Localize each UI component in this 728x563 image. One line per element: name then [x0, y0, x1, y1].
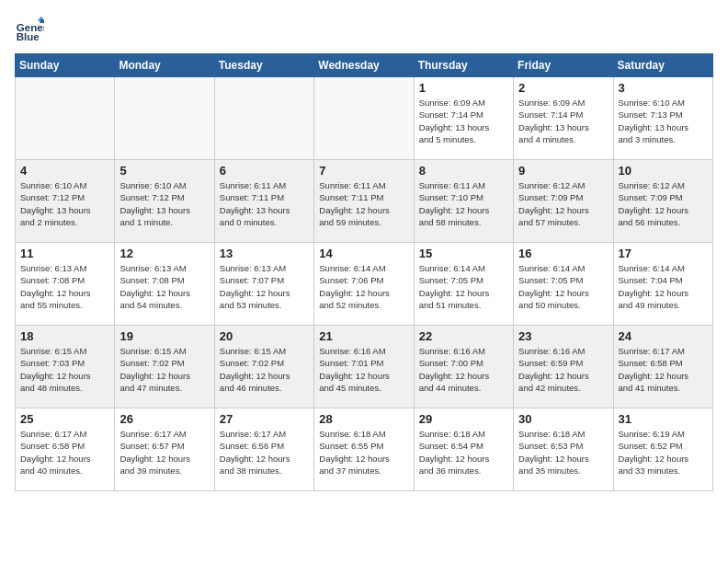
day-cell: 27Sunrise: 6:17 AM Sunset: 6:56 PM Dayli… — [214, 408, 313, 491]
header-sunday: Sunday — [16, 54, 115, 77]
day-info: Sunrise: 6:11 AM Sunset: 7:11 PM Dayligh… — [319, 179, 408, 228]
day-cell — [16, 77, 115, 160]
week-row-4: 18Sunrise: 6:15 AM Sunset: 7:03 PM Dayli… — [16, 326, 713, 408]
day-info: Sunrise: 6:15 AM Sunset: 7:02 PM Dayligh… — [220, 345, 309, 394]
day-cell: 12Sunrise: 6:13 AM Sunset: 7:08 PM Dayli… — [115, 243, 214, 326]
day-number: 5 — [119, 164, 209, 178]
day-info: Sunrise: 6:10 AM Sunset: 7:13 PM Dayligh… — [619, 97, 708, 145]
day-number: 1 — [419, 81, 508, 95]
day-info: Sunrise: 6:18 AM Sunset: 6:53 PM Dayligh… — [518, 428, 608, 477]
day-number: 4 — [20, 164, 109, 178]
day-info: Sunrise: 6:16 AM Sunset: 7:01 PM Dayligh… — [319, 345, 408, 394]
day-number: 24 — [619, 329, 708, 343]
day-cell: 22Sunrise: 6:16 AM Sunset: 7:00 PM Dayli… — [414, 326, 513, 408]
day-info: Sunrise: 6:11 AM Sunset: 7:11 PM Dayligh… — [220, 179, 309, 228]
day-info: Sunrise: 6:09 AM Sunset: 7:14 PM Dayligh… — [419, 97, 508, 145]
day-number: 23 — [518, 329, 608, 343]
header-friday: Friday — [514, 54, 613, 77]
day-cell: 29Sunrise: 6:18 AM Sunset: 6:54 PM Dayli… — [414, 408, 513, 491]
day-cell: 19Sunrise: 6:15 AM Sunset: 7:02 PM Dayli… — [115, 326, 214, 408]
day-number: 29 — [419, 412, 508, 426]
day-cell — [214, 77, 313, 160]
day-cell: 6Sunrise: 6:11 AM Sunset: 7:11 PM Daylig… — [214, 160, 313, 243]
day-number: 3 — [619, 81, 708, 95]
header-tuesday: Tuesday — [214, 54, 313, 77]
day-number: 14 — [319, 247, 408, 260]
day-info: Sunrise: 6:17 AM Sunset: 6:58 PM Dayligh… — [20, 428, 109, 477]
day-cell: 21Sunrise: 6:16 AM Sunset: 7:01 PM Dayli… — [314, 326, 414, 408]
day-cell: 3Sunrise: 6:10 AM Sunset: 7:13 PM Daylig… — [613, 77, 712, 160]
day-number: 12 — [119, 247, 209, 260]
day-cell: 28Sunrise: 6:18 AM Sunset: 6:55 PM Dayli… — [314, 408, 414, 491]
day-cell: 11Sunrise: 6:13 AM Sunset: 7:08 PM Dayli… — [16, 243, 115, 326]
day-cell: 7Sunrise: 6:11 AM Sunset: 7:11 PM Daylig… — [314, 160, 414, 243]
day-number: 11 — [20, 247, 109, 260]
day-number: 15 — [419, 247, 508, 260]
day-info: Sunrise: 6:18 AM Sunset: 6:55 PM Dayligh… — [319, 428, 408, 477]
day-cell — [314, 77, 414, 160]
day-info: Sunrise: 6:17 AM Sunset: 6:56 PM Dayligh… — [220, 428, 309, 477]
day-cell: 4Sunrise: 6:10 AM Sunset: 7:12 PM Daylig… — [16, 160, 115, 243]
day-number: 21 — [319, 329, 408, 343]
day-number: 16 — [518, 247, 608, 260]
day-number: 2 — [518, 81, 608, 95]
week-row-2: 4Sunrise: 6:10 AM Sunset: 7:12 PM Daylig… — [16, 160, 713, 243]
day-cell: 25Sunrise: 6:17 AM Sunset: 6:58 PM Dayli… — [16, 408, 115, 491]
day-info: Sunrise: 6:13 AM Sunset: 7:08 PM Dayligh… — [119, 262, 209, 311]
header-thursday: Thursday — [414, 54, 513, 77]
day-number: 10 — [619, 164, 708, 178]
day-info: Sunrise: 6:13 AM Sunset: 7:08 PM Dayligh… — [20, 262, 109, 311]
day-cell: 26Sunrise: 6:17 AM Sunset: 6:57 PM Dayli… — [115, 408, 214, 491]
day-info: Sunrise: 6:15 AM Sunset: 7:02 PM Dayligh… — [119, 345, 209, 394]
day-info: Sunrise: 6:15 AM Sunset: 7:03 PM Dayligh… — [20, 345, 109, 394]
calendar-table: SundayMondayTuesdayWednesdayThursdayFrid… — [15, 53, 713, 491]
day-info: Sunrise: 6:16 AM Sunset: 7:00 PM Dayligh… — [419, 345, 508, 394]
day-info: Sunrise: 6:19 AM Sunset: 6:52 PM Dayligh… — [619, 428, 708, 477]
day-cell: 15Sunrise: 6:14 AM Sunset: 7:05 PM Dayli… — [414, 243, 513, 326]
day-info: Sunrise: 6:14 AM Sunset: 7:05 PM Dayligh… — [518, 262, 608, 311]
header-saturday: Saturday — [613, 54, 712, 77]
calendar-header-row: SundayMondayTuesdayWednesdayThursdayFrid… — [16, 54, 713, 77]
day-cell: 24Sunrise: 6:17 AM Sunset: 6:58 PM Dayli… — [613, 326, 712, 408]
day-info: Sunrise: 6:12 AM Sunset: 7:09 PM Dayligh… — [619, 179, 708, 228]
day-cell: 18Sunrise: 6:15 AM Sunset: 7:03 PM Dayli… — [16, 326, 115, 408]
day-number: 7 — [319, 164, 408, 178]
page-header: General Blue — [15, 15, 713, 44]
week-row-5: 25Sunrise: 6:17 AM Sunset: 6:58 PM Dayli… — [16, 408, 713, 491]
day-cell: 9Sunrise: 6:12 AM Sunset: 7:09 PM Daylig… — [514, 160, 613, 243]
day-number: 19 — [119, 329, 209, 343]
week-row-1: 1Sunrise: 6:09 AM Sunset: 7:14 PM Daylig… — [16, 77, 713, 160]
day-cell: 5Sunrise: 6:10 AM Sunset: 7:12 PM Daylig… — [115, 160, 214, 243]
day-cell: 8Sunrise: 6:11 AM Sunset: 7:10 PM Daylig… — [414, 160, 513, 243]
day-cell: 13Sunrise: 6:13 AM Sunset: 7:07 PM Dayli… — [214, 243, 313, 326]
logo-icon: General Blue — [15, 15, 44, 44]
day-cell: 31Sunrise: 6:19 AM Sunset: 6:52 PM Dayli… — [613, 408, 712, 491]
day-cell: 16Sunrise: 6:14 AM Sunset: 7:05 PM Dayli… — [514, 243, 613, 326]
day-info: Sunrise: 6:16 AM Sunset: 6:59 PM Dayligh… — [518, 345, 608, 394]
day-number: 22 — [419, 329, 508, 343]
header-wednesday: Wednesday — [314, 54, 414, 77]
day-cell: 10Sunrise: 6:12 AM Sunset: 7:09 PM Dayli… — [613, 160, 712, 243]
day-info: Sunrise: 6:18 AM Sunset: 6:54 PM Dayligh… — [419, 428, 508, 477]
day-cell: 20Sunrise: 6:15 AM Sunset: 7:02 PM Dayli… — [214, 326, 313, 408]
day-info: Sunrise: 6:10 AM Sunset: 7:12 PM Dayligh… — [20, 179, 109, 228]
logo: General Blue — [15, 15, 48, 44]
day-cell — [115, 77, 214, 160]
svg-text:Blue: Blue — [17, 31, 40, 42]
day-number: 8 — [419, 164, 508, 178]
day-number: 18 — [20, 329, 109, 343]
day-info: Sunrise: 6:13 AM Sunset: 7:07 PM Dayligh… — [220, 262, 309, 311]
day-number: 27 — [220, 412, 309, 426]
day-cell: 30Sunrise: 6:18 AM Sunset: 6:53 PM Dayli… — [514, 408, 613, 491]
day-info: Sunrise: 6:11 AM Sunset: 7:10 PM Dayligh… — [419, 179, 508, 228]
day-cell: 2Sunrise: 6:09 AM Sunset: 7:14 PM Daylig… — [514, 77, 613, 160]
day-number: 9 — [518, 164, 608, 178]
day-number: 13 — [220, 247, 309, 260]
week-row-3: 11Sunrise: 6:13 AM Sunset: 7:08 PM Dayli… — [16, 243, 713, 326]
day-info: Sunrise: 6:12 AM Sunset: 7:09 PM Dayligh… — [518, 179, 608, 228]
day-info: Sunrise: 6:14 AM Sunset: 7:04 PM Dayligh… — [619, 262, 708, 311]
day-info: Sunrise: 6:17 AM Sunset: 6:58 PM Dayligh… — [619, 345, 708, 394]
day-cell: 1Sunrise: 6:09 AM Sunset: 7:14 PM Daylig… — [414, 77, 513, 160]
day-info: Sunrise: 6:09 AM Sunset: 7:14 PM Dayligh… — [518, 97, 608, 145]
day-number: 20 — [220, 329, 309, 343]
